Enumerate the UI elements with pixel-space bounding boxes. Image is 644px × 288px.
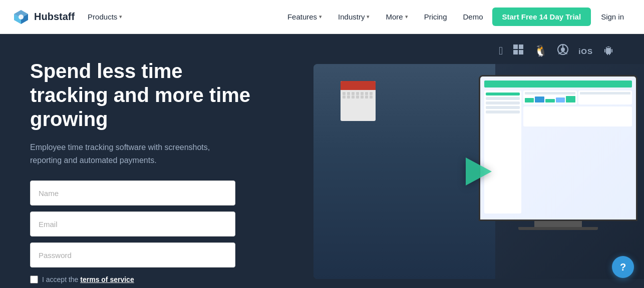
products-chevron-icon: ▾ [119, 14, 122, 20]
terms-row: I accept the terms of service [30, 276, 235, 284]
signin-link[interactable]: Sign in [593, 8, 632, 25]
password-input[interactable] [30, 242, 235, 268]
help-button[interactable]: ? [612, 256, 634, 278]
play-button[interactable] [459, 154, 499, 189]
nav-demo[interactable]: Demo [456, 8, 490, 25]
platform-icons:  🐧 iOS [499, 44, 644, 58]
hero-subtitle: Employee time tracking software with scr… [30, 141, 230, 166]
wall-calendar [341, 81, 376, 121]
logo-text: Hubstaff [34, 11, 75, 22]
nav-features[interactable]: Features ▾ [280, 8, 329, 25]
svg-point-20 [609, 47, 610, 48]
svg-rect-17 [607, 54, 608, 55]
industry-chevron-icon: ▾ [367, 14, 370, 20]
android-icon [603, 44, 614, 58]
svg-point-4 [19, 14, 24, 20]
nav-right: Features ▾ Industry ▾ More ▾ Pricing Dem… [280, 8, 632, 26]
svg-rect-5 [513, 44, 518, 49]
linux-icon: 🐧 [534, 44, 547, 58]
ios-label: iOS [578, 47, 593, 56]
nav-more[interactable]: More ▾ [379, 8, 415, 25]
svg-point-19 [607, 47, 608, 48]
logo-link[interactable]: Hubstaff [12, 8, 75, 26]
nav-products[interactable]: Products ▾ [81, 8, 129, 25]
terms-text: I accept the terms of service [42, 276, 134, 284]
trial-button[interactable]: Start Free 14 Day Trial [492, 8, 591, 26]
chrome-icon [557, 44, 568, 58]
logo-icon [12, 8, 30, 26]
svg-rect-15 [611, 49, 612, 52]
email-input[interactable] [30, 212, 235, 236]
nav-pricing[interactable]: Pricing [417, 8, 454, 25]
apple-icon:  [499, 44, 503, 58]
signup-form: I accept the terms of service [30, 180, 235, 284]
hero-title: Spend less time tracking and more time g… [30, 59, 260, 131]
monitor-screen [480, 76, 636, 220]
svg-point-10 [561, 48, 565, 52]
svg-rect-6 [519, 44, 523, 49]
video-container[interactable] [313, 64, 644, 279]
name-input[interactable] [30, 180, 235, 206]
svg-rect-14 [604, 49, 605, 52]
terms-checkbox[interactable] [30, 276, 38, 284]
nav-industry[interactable]: Industry ▾ [331, 8, 377, 25]
svg-rect-8 [519, 50, 523, 54]
hero-section: Spend less time tracking and more time g… [0, 34, 644, 288]
video-background [313, 64, 644, 279]
monitor [479, 75, 637, 221]
svg-rect-16 [606, 48, 611, 54]
hero-right:  🐧 iOS [280, 34, 644, 288]
svg-rect-7 [513, 50, 518, 54]
terms-link[interactable]: terms of service [80, 276, 134, 284]
hero-left: Spend less time tracking and more time g… [0, 34, 280, 288]
svg-rect-18 [609, 54, 610, 55]
monitor-area [479, 75, 637, 247]
navbar: Hubstaff Products ▾ Features ▾ Industry … [0, 0, 644, 34]
features-chevron-icon: ▾ [319, 14, 322, 20]
play-icon [466, 158, 492, 186]
more-chevron-icon: ▾ [405, 14, 408, 20]
windows-icon [513, 44, 524, 58]
